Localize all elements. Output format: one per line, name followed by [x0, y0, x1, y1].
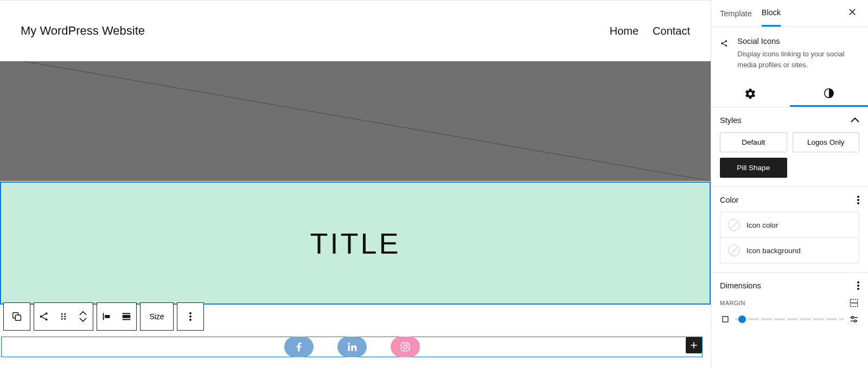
color-swatch-empty — [728, 244, 740, 256]
color-panel: Color Icon color Icon background — [711, 187, 868, 273]
style-default[interactable]: Default — [720, 132, 787, 152]
dimensions-panel-header: Dimensions — [720, 281, 859, 290]
svg-rect-12 — [123, 315, 131, 318]
styles-panel: Styles Default Logos Only Pill Shape — [711, 107, 868, 187]
inspector-subtabs — [711, 81, 868, 107]
share-icon-button[interactable] — [34, 303, 54, 330]
align-full-icon — [120, 311, 132, 322]
svg-point-25 — [854, 320, 857, 322]
block-info: Social Icons Display icons linking to yo… — [711, 27, 868, 81]
social-icons-block[interactable] — [1, 337, 703, 357]
share-icon — [720, 37, 729, 50]
set-custom-size-icon[interactable] — [848, 298, 859, 308]
slider-thumb[interactable] — [738, 315, 746, 323]
linkedin-icon — [347, 341, 358, 352]
color-swatch-empty — [728, 219, 740, 231]
block-description: Display icons linking to your social med… — [737, 49, 859, 70]
social-facebook[interactable] — [284, 337, 314, 357]
chevron-up-icon — [79, 311, 87, 315]
dimensions-heading: Dimensions — [720, 281, 761, 290]
gear-icon — [744, 88, 756, 100]
svg-point-4 — [46, 318, 48, 320]
close-sidebar-button[interactable] — [845, 5, 859, 22]
margin-control — [720, 314, 859, 325]
site-nav: Home Contact — [610, 25, 690, 37]
settings-sliders-icon[interactable] — [848, 314, 859, 325]
style-options: Default Logos Only Pill Shape — [720, 132, 859, 178]
close-icon — [847, 7, 857, 17]
svg-rect-13 — [348, 346, 349, 351]
size-button[interactable]: Size — [141, 303, 173, 330]
style-pill-shape[interactable]: Pill Shape — [720, 158, 787, 178]
unlink-sides-icon[interactable] — [720, 314, 731, 325]
svg-rect-1 — [15, 315, 21, 320]
editor-canvas: My WordPress Website Home Contact TITLE — [0, 0, 711, 368]
settings-sidebar: Template Block Social Icons Display icon… — [711, 0, 868, 368]
instagram-icon — [400, 341, 411, 352]
svg-point-17 — [407, 344, 408, 345]
color-panel-header: Color — [720, 196, 859, 204]
move-updown[interactable] — [73, 303, 93, 330]
subtab-styles[interactable] — [790, 81, 869, 107]
site-header: My WordPress Website Home Contact — [0, 1, 711, 61]
tab-block[interactable]: Block — [762, 0, 781, 27]
parent-block-icon — [11, 311, 23, 322]
nav-item-home[interactable]: Home — [610, 25, 639, 37]
chevron-up-icon — [851, 118, 859, 123]
more-options-button[interactable] — [177, 303, 203, 330]
svg-point-2 — [40, 315, 42, 318]
dimensions-options-menu[interactable] — [857, 285, 859, 287]
color-list: Icon color Icon background — [720, 212, 859, 263]
post-title-block[interactable]: TITLE — [0, 182, 711, 305]
style-logos-only[interactable]: Logos Only — [793, 132, 860, 152]
icon-color-row[interactable]: Icon color — [720, 212, 859, 237]
svg-point-5 — [61, 313, 63, 315]
social-instagram[interactable] — [391, 337, 420, 357]
plus-icon — [688, 340, 699, 351]
svg-point-14 — [348, 343, 350, 345]
chevron-down-icon — [79, 318, 87, 322]
share-icon — [38, 311, 50, 322]
social-linkedin[interactable] — [337, 337, 367, 357]
margin-slider[interactable] — [735, 318, 844, 320]
facebook-icon — [293, 341, 305, 353]
color-options-menu[interactable] — [857, 199, 859, 201]
margin-label: MARGIN — [720, 300, 745, 306]
svg-point-6 — [64, 313, 66, 315]
icon-background-label: Icon background — [746, 247, 801, 255]
tab-template[interactable]: Template — [720, 1, 752, 26]
site-title[interactable]: My WordPress Website — [21, 24, 145, 38]
add-block-button[interactable] — [686, 337, 702, 353]
featured-image-placeholder[interactable] — [0, 61, 711, 181]
nav-item-contact[interactable]: Contact — [653, 25, 690, 37]
styles-panel-header[interactable]: Styles — [720, 116, 859, 125]
block-name: Social Icons — [737, 37, 859, 46]
svg-point-10 — [64, 318, 66, 320]
subtab-settings[interactable] — [711, 81, 790, 107]
svg-point-16 — [403, 345, 407, 349]
color-heading: Color — [720, 196, 739, 204]
svg-rect-11 — [105, 315, 110, 318]
post-title-text[interactable]: TITLE — [310, 227, 400, 260]
icon-color-label: Icon color — [746, 221, 778, 229]
drag-handle[interactable] — [54, 303, 73, 330]
svg-point-7 — [61, 316, 63, 318]
block-toolbar: Size — [3, 302, 207, 331]
justify-button[interactable] — [97, 303, 117, 330]
svg-point-24 — [852, 317, 854, 319]
sidebar-tabs: Template Block — [711, 0, 868, 27]
more-vertical-icon — [189, 315, 192, 318]
styles-heading: Styles — [720, 116, 742, 125]
justify-left-icon — [101, 311, 113, 322]
parent-block-button[interactable] — [4, 303, 30, 330]
svg-point-3 — [46, 312, 48, 314]
svg-point-8 — [64, 316, 66, 318]
align-button[interactable] — [117, 303, 136, 330]
dimensions-panel: Dimensions MARGIN — [711, 273, 868, 333]
drag-icon — [58, 311, 69, 322]
svg-point-9 — [61, 318, 63, 320]
appearance-icon — [823, 87, 835, 99]
svg-rect-23 — [723, 317, 728, 322]
icon-background-row[interactable]: Icon background — [720, 237, 859, 263]
